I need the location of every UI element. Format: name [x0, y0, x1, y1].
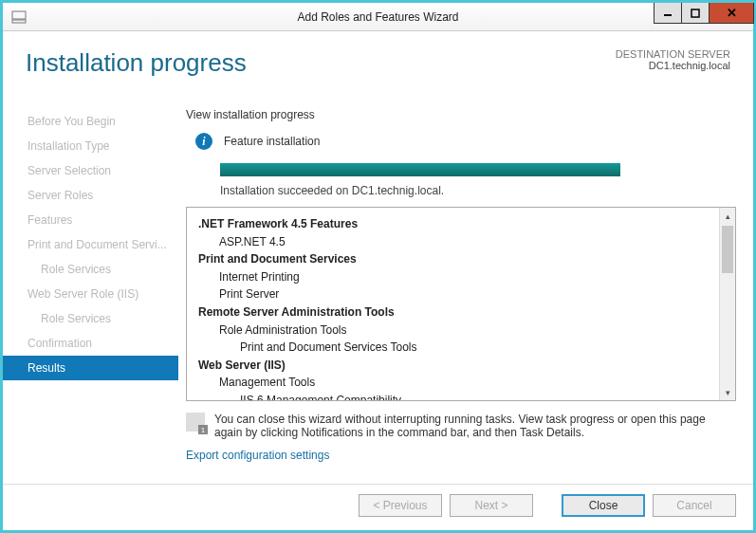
view-progress-label: View installation progress — [186, 108, 736, 121]
feature-title: Feature installation — [224, 135, 320, 148]
progress-bar — [220, 163, 620, 176]
detail-line: Web Server (IIS) — [198, 357, 708, 375]
detail-line: Print and Document Services Tools — [198, 339, 708, 357]
destination-label: DESTINATION SERVER — [616, 48, 730, 60]
svg-rect-1 — [12, 20, 26, 23]
next-button: Next > — [450, 494, 533, 517]
scroll-thumb[interactable] — [722, 226, 733, 273]
notice-row: You can close this wizard without interr… — [186, 413, 728, 439]
sidebar-item: Before You Begin — [3, 109, 178, 134]
footer-buttons: < Previous Next > Close Cancel — [3, 484, 753, 530]
destination-server: DC1.technig.local — [616, 60, 730, 71]
detail-line: IIS 6 Management Compatibility — [198, 392, 708, 400]
detail-line: ASP.NET 4.5 — [198, 233, 708, 251]
sidebar-item: Web Server Role (IIS) — [3, 282, 178, 306]
detail-line: Role Administration Tools — [198, 322, 708, 340]
scrollbar[interactable]: ▴ ▾ — [719, 208, 735, 400]
info-icon: i — [195, 133, 212, 150]
svg-rect-0 — [12, 11, 26, 19]
detail-line: Internet Printing — [198, 268, 708, 286]
details-box: .NET Framework 4.5 FeaturesASP.NET 4.5Pr… — [186, 207, 736, 401]
wizard-window: Add Roles and Features Wizard ✕ Installa… — [3, 3, 753, 530]
detail-line: Print Server — [198, 285, 708, 303]
sidebar-item: Role Services — [3, 257, 178, 282]
notice-text: You can close this wizard without interr… — [214, 413, 728, 439]
header-area: Installation progress DESTINATION SERVER… — [3, 31, 753, 105]
flag-icon — [186, 413, 205, 432]
scroll-down-icon[interactable]: ▾ — [720, 384, 735, 400]
button-gap — [541, 494, 554, 517]
sidebar-item: Confirmation — [3, 331, 178, 356]
feature-row: i Feature installation — [195, 133, 736, 150]
main-panel: View installation progress i Feature ins… — [178, 105, 753, 472]
minimize-button[interactable] — [654, 3, 682, 24]
close-button[interactable]: Close — [562, 494, 645, 517]
sidebar-item: Server Roles — [3, 183, 178, 208]
scroll-up-icon[interactable]: ▴ — [720, 208, 735, 224]
server-manager-icon — [10, 9, 28, 26]
content-columns: Before You BeginInstallation TypeServer … — [3, 105, 753, 472]
window-title: Add Roles and Features Wizard — [297, 10, 458, 24]
sidebar-item: Features — [3, 208, 178, 232]
close-window-button[interactable]: ✕ — [709, 3, 754, 24]
sidebar-item: Installation Type — [3, 134, 178, 158]
sidebar-item[interactable]: Results — [3, 356, 178, 380]
sidebar-item: Role Services — [3, 306, 178, 331]
window-controls: ✕ — [654, 3, 753, 30]
destination-block: DESTINATION SERVER DC1.technig.local — [616, 48, 730, 105]
detail-line: Print and Document Services — [198, 250, 708, 268]
svg-rect-3 — [691, 9, 699, 17]
status-text: Installation succeeded on DC1.technig.lo… — [220, 184, 736, 197]
titlebar: Add Roles and Features Wizard ✕ — [3, 3, 753, 31]
details-content: .NET Framework 4.5 FeaturesASP.NET 4.5Pr… — [187, 208, 719, 400]
detail-line: .NET Framework 4.5 Features — [198, 215, 708, 233]
page-heading: Installation progress — [26, 48, 247, 105]
wizard-body: Installation progress DESTINATION SERVER… — [3, 31, 753, 530]
maximize-button[interactable] — [681, 3, 710, 24]
scroll-track[interactable] — [720, 224, 735, 384]
detail-line: Remote Server Administration Tools — [198, 303, 708, 322]
wizard-sidebar: Before You BeginInstallation TypeServer … — [3, 105, 178, 472]
cancel-button: Cancel — [653, 494, 736, 517]
sidebar-item: Server Selection — [3, 158, 178, 183]
detail-line: Management Tools — [198, 374, 708, 392]
export-link[interactable]: Export configuration settings — [186, 449, 736, 462]
previous-button: < Previous — [359, 494, 442, 517]
sidebar-item: Print and Document Servi... — [3, 232, 178, 257]
